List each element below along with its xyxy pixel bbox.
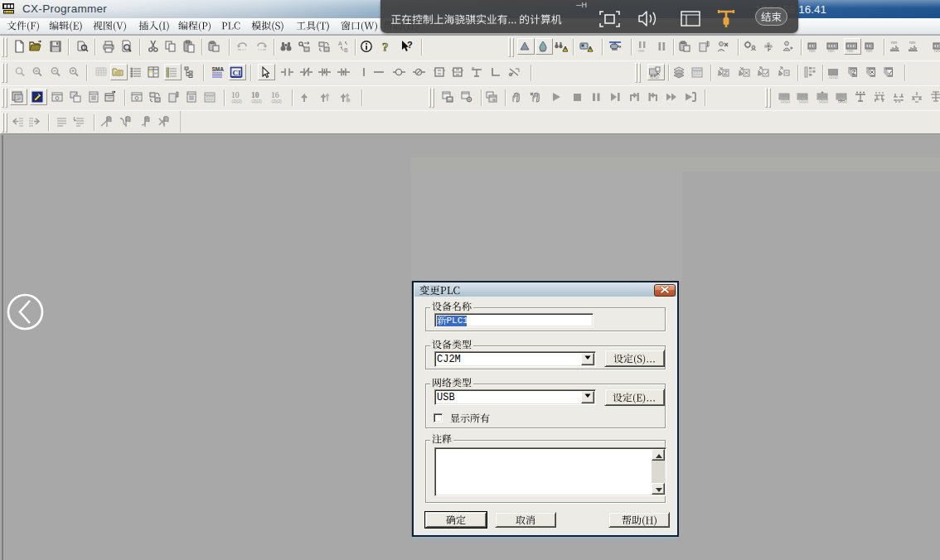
svg-text:(2)(2): (2)(2) xyxy=(252,99,263,104)
svg-text:A: A xyxy=(338,41,342,46)
svg-text:ron: ron xyxy=(847,48,853,53)
svg-text:ron: ron xyxy=(809,48,815,53)
svg-text:CI: CI xyxy=(233,69,241,77)
svg-text:(2)(2): (2)(2) xyxy=(819,99,829,104)
svg-text:ron: ron xyxy=(638,48,644,53)
svg-text:(2)(2): (2)(2) xyxy=(799,99,809,104)
svg-text:ron: ron xyxy=(891,40,897,45)
svg-text:ron: ron xyxy=(540,48,545,53)
svg-text:ron: ron xyxy=(866,48,872,53)
svg-text:ron: ron xyxy=(828,48,834,53)
svg-text:B: B xyxy=(344,47,348,53)
svg-text:(2)(2): (2)(2) xyxy=(650,75,660,80)
svg-text:(2)(2): (2)(2) xyxy=(829,75,839,80)
svg-text:(2)(2): (2)(2) xyxy=(232,99,243,104)
svg-text:ron: ron xyxy=(909,40,915,45)
svg-text:(2)(2): (2)(2) xyxy=(838,99,848,104)
svg-text:ron: ron xyxy=(934,48,940,53)
svg-text:(2)(2): (2)(2) xyxy=(272,99,283,104)
svg-text:SMA: SMA xyxy=(212,66,225,72)
svg-text:?: ? xyxy=(382,41,389,54)
svg-text:?: ? xyxy=(407,40,413,50)
svg-text:(2)(2): (2)(2) xyxy=(781,99,791,104)
